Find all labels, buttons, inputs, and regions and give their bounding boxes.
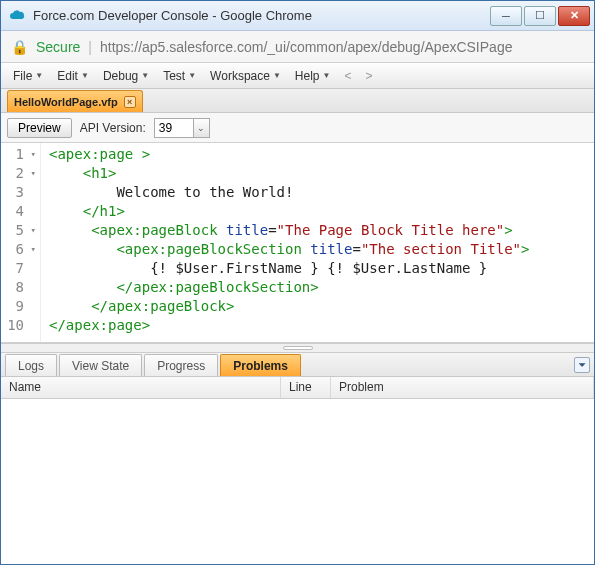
address-separator: | (88, 39, 92, 55)
titlebar: Force.com Developer Console - Google Chr… (1, 1, 594, 31)
tab-view-state[interactable]: View State (59, 354, 142, 376)
tab-logs[interactable]: Logs (5, 354, 57, 376)
code-line[interactable]: </apex:page> (49, 316, 594, 335)
code-line[interactable]: <apex:pageBlockSection title="The sectio… (49, 240, 594, 259)
line-number: 7 (1, 259, 36, 278)
code-editor[interactable]: 1▾2▾3 4 5▾6▾7 8 9 10 <apex:page > <h1> W… (1, 143, 594, 343)
menu-debug[interactable]: Debug▼ (97, 66, 155, 86)
api-version-dropdown-button[interactable]: ⌄ (194, 118, 210, 138)
file-tab-bar: HelloWorldPage.vfp × (1, 89, 594, 113)
menubar: File▼ Edit▼ Debug▼ Test▼ Workspace▼ Help… (1, 63, 594, 89)
tab-problems[interactable]: Problems (220, 354, 301, 376)
file-tab-label: HelloWorldPage.vfp (14, 96, 118, 108)
url-text[interactable]: https://ap5.salesforce.com/_ui/common/ap… (100, 39, 584, 55)
chevron-down-icon: ▼ (323, 71, 331, 80)
chevron-down-icon: ▼ (141, 71, 149, 80)
salesforce-cloud-icon (9, 9, 27, 23)
line-number: 3 (1, 183, 36, 202)
menu-workspace[interactable]: Workspace▼ (204, 66, 287, 86)
tab-progress[interactable]: Progress (144, 354, 218, 376)
fold-icon[interactable]: ▾ (28, 221, 36, 240)
problems-panel-body (1, 399, 594, 564)
preview-button[interactable]: Preview (7, 118, 72, 138)
code-line[interactable]: <apex:page > (49, 145, 594, 164)
code-line[interactable]: Welcome to the World! (49, 183, 594, 202)
fold-icon[interactable]: ▾ (28, 240, 36, 259)
fold-icon[interactable]: ▾ (28, 164, 36, 183)
code-line[interactable]: {! $User.FirstName } {! $User.LastName } (49, 259, 594, 278)
chevron-down-icon: ▼ (273, 71, 281, 80)
line-number: 6▾ (1, 240, 36, 259)
code-content[interactable]: <apex:page > <h1> Welcome to the World! … (41, 143, 594, 342)
code-line[interactable]: </apex:pageBlockSection> (49, 278, 594, 297)
grip-icon (283, 346, 313, 350)
column-header-problem[interactable]: Problem (331, 377, 594, 398)
column-header-line[interactable]: Line (281, 377, 331, 398)
api-version-label: API Version: (80, 121, 146, 135)
chevron-down-icon: ▼ (188, 71, 196, 80)
line-number: 4 (1, 202, 36, 221)
code-line[interactable]: </apex:pageBlock> (49, 297, 594, 316)
menu-test[interactable]: Test▼ (157, 66, 202, 86)
code-line[interactable]: <h1> (49, 164, 594, 183)
line-number: 9 (1, 297, 36, 316)
lock-icon: 🔒 (11, 39, 28, 55)
problems-column-headers: Name Line Problem (1, 377, 594, 399)
nav-forward-button[interactable]: > (359, 69, 378, 83)
window-title: Force.com Developer Console - Google Chr… (33, 8, 490, 23)
maximize-button[interactable]: ☐ (524, 6, 556, 26)
file-tab-helloworld[interactable]: HelloWorldPage.vfp × (7, 90, 143, 112)
line-number: 10 (1, 316, 36, 335)
panel-collapse-button[interactable]: ⏷ (574, 357, 590, 373)
line-number: 5▾ (1, 221, 36, 240)
code-line[interactable]: <apex:pageBlock title="The Page Block Ti… (49, 221, 594, 240)
fold-icon[interactable]: ▾ (28, 145, 36, 164)
split-handle[interactable] (1, 343, 594, 353)
bottom-panel-tabs: Logs View State Progress Problems ⏷ (1, 353, 594, 377)
line-number: 1▾ (1, 145, 36, 164)
line-number-gutter: 1▾2▾3 4 5▾6▾7 8 9 10 (1, 143, 41, 342)
api-version-input[interactable]: 39 (154, 118, 194, 138)
line-number: 8 (1, 278, 36, 297)
menu-edit[interactable]: Edit▼ (51, 66, 95, 86)
chevron-down-icon: ▼ (81, 71, 89, 80)
window-controls: ─ ☐ ✕ (490, 6, 590, 26)
app-window: Force.com Developer Console - Google Chr… (0, 0, 595, 565)
close-tab-icon[interactable]: × (124, 96, 136, 108)
menu-file[interactable]: File▼ (7, 66, 49, 86)
menu-help[interactable]: Help▼ (289, 66, 337, 86)
address-bar: 🔒 Secure | https://ap5.salesforce.com/_u… (1, 31, 594, 63)
code-line[interactable]: </h1> (49, 202, 594, 221)
line-number: 2▾ (1, 164, 36, 183)
editor-toolbar: Preview API Version: 39 ⌄ (1, 113, 594, 143)
close-button[interactable]: ✕ (558, 6, 590, 26)
chevron-down-icon: ▼ (35, 71, 43, 80)
column-header-name[interactable]: Name (1, 377, 281, 398)
secure-label: Secure (36, 39, 80, 55)
nav-back-button[interactable]: < (338, 69, 357, 83)
minimize-button[interactable]: ─ (490, 6, 522, 26)
